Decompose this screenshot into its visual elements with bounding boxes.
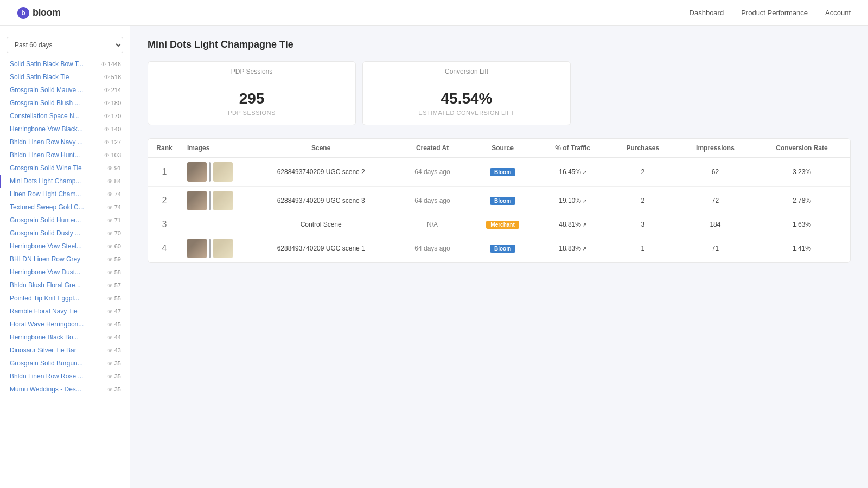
eye-icon: 👁 — [104, 87, 110, 93]
sidebar-item-name: Bhldn Linen Row Rose ... — [10, 373, 83, 380]
sidebar-item[interactable]: Grosgrain Solid Burgun... 👁35 — [0, 357, 130, 370]
sidebar-date-filter[interactable]: Past 30 days Past 60 days Past 90 days — [0, 33, 130, 57]
table-row: 4 6288493740209 UGC scene 1 64 days ago … — [148, 234, 850, 263]
table-header-row: Rank Images Scene Created At Source % of… — [148, 139, 850, 158]
sidebar-item-name: Linen Row Light Cham... — [10, 190, 81, 198]
sidebar-item-count: 👁70 — [107, 230, 121, 236]
sidebar-item[interactable]: Bhldn Blush Floral Gre... 👁57 — [0, 279, 130, 292]
eye-icon: 👁 — [107, 230, 113, 236]
nav-product-performance[interactable]: Product Performance — [741, 9, 808, 17]
sidebar-item[interactable]: Grosgrain Solid Wine Tie 👁91 — [0, 162, 130, 175]
created-cell: 64 days ago — [396, 187, 468, 215]
sidebar-item-count: 👁59 — [107, 256, 121, 262]
sidebar-item-name: Constellation Space N... — [10, 112, 80, 120]
main-nav: Dashboard Product Performance Account — [690, 9, 851, 17]
pdp-sessions-card: PDP Sessions 295 PDP SESSIONS — [148, 61, 356, 125]
sidebar-item[interactable]: Mini Dots Light Champ... 👁84 — [0, 175, 130, 188]
sidebar-item[interactable]: Grosgrain Solid Blush ... 👁180 — [0, 97, 130, 110]
trend-icon: ↗ — [582, 222, 586, 228]
sidebar-item-count: 👁35 — [107, 386, 121, 393]
table-row: 2 6288493740209 UGC scene 3 64 days ago … — [148, 187, 850, 215]
sidebar-item[interactable]: Linen Row Light Cham... 👁74 — [0, 188, 130, 201]
sidebar-item-count: 👁518 — [104, 74, 121, 80]
sidebar: Past 30 days Past 60 days Past 90 days S… — [0, 26, 130, 488]
eye-icon: 👁 — [107, 217, 113, 223]
scene-cell: 6288493740209 UGC scene 1 — [246, 234, 396, 263]
sidebar-item[interactable]: Dinosaur Silver Tie Bar 👁43 — [0, 344, 130, 357]
created-cell: 64 days ago — [396, 158, 468, 187]
sidebar-items-list: Solid Satin Black Bow T... 👁1446 Solid S… — [0, 57, 130, 396]
sidebar-item[interactable]: Floral Wave Herringbon... 👁45 — [0, 318, 130, 331]
created-cell: 64 days ago — [396, 234, 468, 263]
eye-icon: 👁 — [107, 322, 113, 328]
trend-icon: ↗ — [582, 169, 586, 175]
sidebar-item-count: 👁44 — [107, 334, 121, 341]
sidebar-item-name: Pointed Tip Knit Eggpl... — [10, 294, 79, 302]
purchases-cell: 1 — [609, 234, 677, 263]
sidebar-item[interactable]: Herringbone Vow Steel... 👁60 — [0, 240, 130, 253]
images-cell — [181, 234, 246, 263]
thumb-pin — [209, 191, 211, 210]
sidebar-item-count: 👁60 — [107, 243, 121, 249]
sidebar-item[interactable]: Bhldn Linen Row Rose ... 👁35 — [0, 370, 130, 383]
sidebar-item-name: Herringbone Vow Dust... — [10, 268, 80, 276]
eye-icon: 👁 — [101, 61, 106, 67]
sidebar-item[interactable]: Herringbone Black Bo... 👁44 — [0, 331, 130, 344]
sidebar-item[interactable]: Textured Sweep Gold C... 👁74 — [0, 201, 130, 214]
sidebar-item[interactable]: Bhldn Linen Row Navy ... 👁127 — [0, 136, 130, 149]
sidebar-item[interactable]: Ramble Floral Navy Tie 👁47 — [0, 305, 130, 318]
thumb-person — [187, 191, 207, 210]
sidebar-item[interactable]: Solid Satin Black Tie 👁518 — [0, 70, 130, 84]
page-title: Mini Dots Light Champagne Tie — [148, 39, 851, 50]
sidebar-item[interactable]: Mumu Weddings - Des... 👁35 — [0, 383, 130, 396]
sidebar-item[interactable]: Pointed Tip Knit Eggpl... 👁55 — [0, 292, 130, 305]
table-row: 1 6288493740209 UGC scene 2 64 days ago … — [148, 158, 850, 187]
scene-cell: 6288493740209 UGC scene 2 — [246, 158, 396, 187]
sidebar-item-count: 👁35 — [107, 373, 121, 380]
eye-icon: 👁 — [107, 256, 113, 262]
sidebar-item[interactable]: Herringbone Vow Black... 👁140 — [0, 123, 130, 136]
thumb-fabric — [213, 239, 233, 258]
date-filter-select[interactable]: Past 30 days Past 60 days Past 90 days — [7, 37, 123, 53]
table-body: 1 6288493740209 UGC scene 2 64 days ago … — [148, 158, 850, 263]
sidebar-item[interactable]: Grosgrain Solid Dusty ... 👁70 — [0, 227, 130, 240]
sidebar-item[interactable]: Grosgrain Solid Hunter... 👁71 — [0, 214, 130, 227]
conversion-cell: 3.23% — [754, 158, 850, 187]
nav-dashboard[interactable]: Dashboard — [690, 9, 724, 17]
scenes-table: Rank Images Scene Created At Source % of… — [148, 139, 850, 262]
conversion-lift-body: 45.54% ESTIMATED CONVERSION LIFT — [363, 81, 570, 125]
images-cell — [181, 158, 246, 187]
eye-icon: 👁 — [107, 309, 113, 314]
thumb-person — [187, 162, 207, 182]
traffic-cell: 18.83%↗ — [537, 234, 608, 263]
trend-icon: ↗ — [582, 246, 586, 252]
nav-account[interactable]: Account — [825, 9, 851, 17]
sidebar-item[interactable]: Grosgrain Solid Mauve ... 👁214 — [0, 84, 130, 97]
sidebar-item[interactable]: Herringbone Vow Dust... 👁58 — [0, 266, 130, 279]
main-content: Mini Dots Light Champagne Tie PDP Sessio… — [130, 26, 868, 488]
sidebar-item-count: 👁74 — [107, 191, 121, 197]
thumb-pin — [209, 162, 211, 182]
sidebar-item[interactable]: BHLDN Linen Row Grey 👁59 — [0, 253, 130, 266]
source-cell: Bloom — [469, 187, 537, 215]
col-purchases: Purchases — [609, 139, 677, 158]
logo: bloom — [17, 7, 61, 19]
sidebar-item-name: Solid Satin Black Bow T... — [10, 60, 84, 68]
sidebar-item[interactable]: Solid Satin Black Bow T... 👁1446 — [0, 57, 130, 70]
sidebar-item-name: Floral Wave Herringbon... — [10, 320, 84, 328]
sidebar-item-name: Mumu Weddings - Des... — [10, 386, 81, 393]
col-rank: Rank — [148, 139, 181, 158]
eye-icon: 👁 — [107, 361, 113, 367]
sidebar-item-count: 👁35 — [107, 360, 121, 367]
sidebar-item-name: Herringbone Black Bo... — [10, 333, 79, 341]
traffic-cell: 16.45%↗ — [537, 158, 608, 187]
source-badge: Bloom — [490, 197, 515, 205]
purchases-cell: 3 — [609, 215, 677, 234]
col-impressions: Impressions — [677, 139, 754, 158]
page-layout: Past 30 days Past 60 days Past 90 days S… — [0, 26, 868, 488]
sidebar-item[interactable]: Constellation Space N... 👁170 — [0, 110, 130, 123]
source-cell: Merchant — [469, 215, 537, 234]
sidebar-item[interactable]: Bhldn Linen Row Hunt... 👁103 — [0, 149, 130, 162]
scene-cell: Control Scene — [246, 215, 396, 234]
sidebar-item-name: Herringbone Vow Black... — [10, 125, 83, 133]
